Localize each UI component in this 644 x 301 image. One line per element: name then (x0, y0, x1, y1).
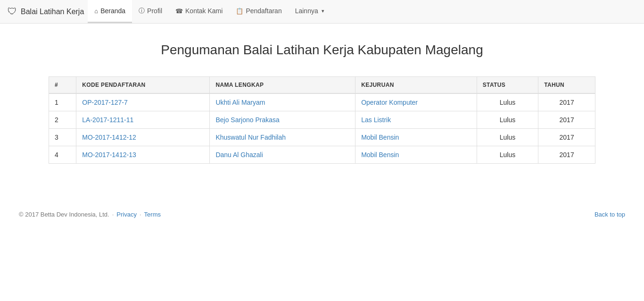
nav-item-lainnya[interactable]: Lainnya ▾ (289, 0, 331, 23)
home-icon: ⌂ (94, 8, 98, 15)
cell-major: Mobil Bensin (355, 146, 477, 164)
table-row: 4MO-2017-1412-13Danu Al GhazaliMobil Ben… (49, 146, 595, 164)
nav-label-beranda: Beranda (100, 7, 125, 15)
cell-major: Mobil Bensin (355, 129, 477, 146)
cell-num: 1 (49, 93, 76, 111)
navbar-brand[interactable]: 🛡 Balai Latihan Kerja (8, 6, 84, 17)
cell-code[interactable]: MO-2017-1412-13 (76, 146, 210, 164)
nav-label-kontak: Kontak Kami (185, 7, 223, 15)
privacy-link[interactable]: Privacy (116, 211, 137, 218)
col-name: NAMA LENGKAP (210, 77, 355, 94)
cell-num: 4 (49, 146, 76, 164)
cell-status: Lulus (477, 93, 538, 111)
cell-year: 2017 (538, 93, 595, 111)
data-table: # KODE PENDAFTARAN NAMA LENGKAP KEJURUAN… (49, 76, 595, 164)
shield-icon: 🛡 (8, 6, 17, 17)
table-row: 1OP-2017-127-7Ukhti Ali MaryamOperator K… (49, 93, 595, 111)
nav-item-profil[interactable]: ⓘ Profil (132, 0, 169, 23)
back-to-top-link[interactable]: Back to top (594, 211, 625, 218)
cell-num: 3 (49, 129, 76, 146)
cell-status: Lulus (477, 146, 538, 164)
phone-icon: ☎ (175, 8, 183, 15)
cell-code[interactable]: OP-2017-127-7 (76, 93, 210, 111)
cell-year: 2017 (538, 111, 595, 129)
nav-label-pendaftaran: Pendaftaran (246, 7, 281, 15)
table-header-row: # KODE PENDAFTARAN NAMA LENGKAP KEJURUAN… (49, 77, 595, 94)
navbar: 🛡 Balai Latihan Kerja ⌂ Beranda ⓘ Profil… (0, 0, 644, 24)
footer-sep-2: · (140, 211, 141, 218)
col-code: KODE PENDAFTARAN (76, 77, 210, 94)
table-wrapper: # KODE PENDAFTARAN NAMA LENGKAP KEJURUAN… (49, 76, 595, 164)
document-icon: 📋 (236, 8, 243, 15)
footer: © 2017 Betta Dev Indonesia, Ltd. · Priva… (0, 201, 644, 227)
cell-status: Lulus (477, 111, 538, 129)
footer-left: © 2017 Betta Dev Indonesia, Ltd. · Priva… (19, 211, 161, 218)
cell-code[interactable]: MO-2017-1412-12 (76, 129, 210, 146)
info-icon: ⓘ (139, 7, 145, 15)
nav-item-pendaftaran[interactable]: 📋 Pendaftaran (229, 0, 288, 23)
nav-item-kontak[interactable]: ☎ Kontak Kami (169, 0, 229, 23)
cell-name[interactable]: Bejo Sarjono Prakasa (210, 111, 355, 129)
page-title: Pengumanan Balai Latihan Kerja Kabupaten… (49, 42, 595, 58)
cell-name[interactable]: Khuswatul Nur Fadhilah (210, 129, 355, 146)
table-header: # KODE PENDAFTARAN NAMA LENGKAP KEJURUAN… (49, 77, 595, 94)
col-year: TAHUN (538, 77, 595, 94)
table-body: 1OP-2017-127-7Ukhti Ali MaryamOperator K… (49, 93, 595, 164)
chevron-down-icon: ▾ (322, 8, 324, 14)
nav-item-beranda[interactable]: ⌂ Beranda (88, 0, 132, 23)
nav-label-profil: Profil (147, 7, 162, 15)
cell-code[interactable]: LA-2017-1211-11 (76, 111, 210, 129)
cell-major: Las Listrik (355, 111, 477, 129)
nav-items: ⌂ Beranda ⓘ Profil ☎ Kontak Kami 📋 Penda… (88, 0, 330, 23)
cell-name[interactable]: Ukhti Ali Maryam (210, 93, 355, 111)
cell-year: 2017 (538, 129, 595, 146)
cell-name[interactable]: Danu Al Ghazali (210, 146, 355, 164)
terms-link[interactable]: Terms (144, 211, 161, 218)
copyright-text: © 2017 Betta Dev Indonesia, Ltd. (19, 211, 109, 218)
cell-num: 2 (49, 111, 76, 129)
table-row: 2LA-2017-1211-11Bejo Sarjono PrakasaLas … (49, 111, 595, 129)
footer-sep-1: · (112, 211, 114, 218)
cell-major: Operator Komputer (355, 93, 477, 111)
nav-label-lainnya: Lainnya (295, 7, 318, 15)
table-row: 3MO-2017-1412-12Khuswatul Nur FadhilahMo… (49, 129, 595, 146)
cell-status: Lulus (477, 129, 538, 146)
cell-year: 2017 (538, 146, 595, 164)
col-status: STATUS (477, 77, 538, 94)
col-num: # (49, 77, 76, 94)
brand-label: Balai Latihan Kerja (21, 8, 84, 16)
col-major: KEJURUAN (355, 77, 477, 94)
main-content: Pengumanan Balai Latihan Kerja Kabupaten… (39, 24, 605, 192)
